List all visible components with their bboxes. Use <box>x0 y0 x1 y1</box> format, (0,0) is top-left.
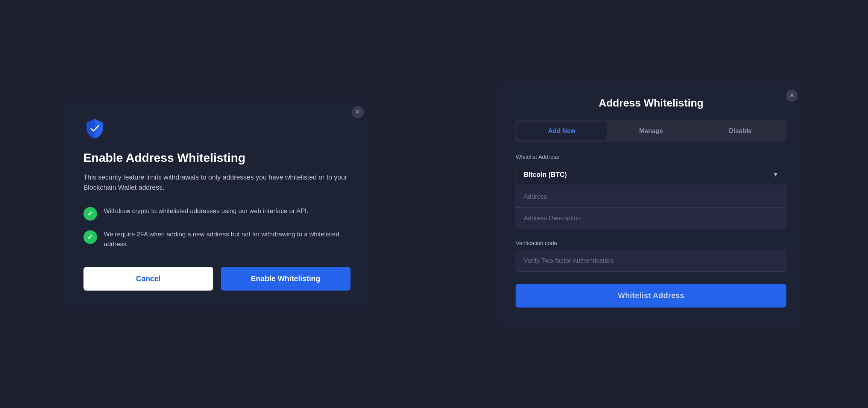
verification-section: Verification code <box>516 240 786 272</box>
enable-whitelisting-modal: ✕ Enable Address Whitelisting This secur… <box>63 99 371 309</box>
check-icon-1 <box>83 207 97 221</box>
right-panel: ✕ Address Whitelisting Add New Manage Di… <box>434 0 868 408</box>
cancel-button[interactable]: Cancel <box>83 267 213 291</box>
button-row: Cancel Enable Whitelisting <box>83 267 351 291</box>
verification-label: Verification code <box>516 240 786 246</box>
tab-manage[interactable]: Manage <box>607 122 696 140</box>
feature-list: Withdraw crypto to whitelisted addresses… <box>83 206 351 249</box>
modal-right-title: Address Whitelisting <box>516 97 786 109</box>
modal-title: Enable Address Whitelisting <box>83 151 351 165</box>
address-fields-group <box>516 186 786 229</box>
feature-text-2: We require 2FA when adding a new address… <box>104 230 351 249</box>
verification-input[interactable] <box>516 250 786 272</box>
feature-item-1: Withdraw crypto to whitelisted addresses… <box>83 206 351 221</box>
feature-text-1: Withdraw crypto to whitelisted addresses… <box>104 206 308 216</box>
close-button[interactable]: ✕ <box>352 106 364 118</box>
enable-whitelisting-button[interactable]: Enable Whitelisting <box>221 267 351 291</box>
currency-value: Bitcoin (BTC) <box>524 171 567 179</box>
tab-bar: Add New Manage Disable <box>516 120 786 142</box>
feature-item-2: We require 2FA when adding a new address… <box>83 230 351 249</box>
currency-dropdown[interactable]: Bitcoin (BTC) ▼ <box>516 164 786 186</box>
chevron-down-icon: ▼ <box>772 171 778 178</box>
whitelist-address-label: Whitelist Address <box>516 154 786 160</box>
currency-dropdown-container: Bitcoin (BTC) ▼ <box>516 164 786 229</box>
modal-description: This security feature limits withdrawals… <box>83 172 351 193</box>
address-whitelisting-modal: ✕ Address Whitelisting Add New Manage Di… <box>497 82 805 326</box>
shield-icon <box>83 117 351 142</box>
address-description-input[interactable] <box>516 208 786 229</box>
tab-add-new[interactable]: Add New <box>517 122 606 140</box>
whitelist-address-button[interactable]: Whitelist Address <box>516 284 786 308</box>
whitelist-address-section: Whitelist Address Bitcoin (BTC) ▼ <box>516 154 786 229</box>
tab-disable[interactable]: Disable <box>696 122 785 140</box>
left-panel: ✕ Enable Address Whitelisting This secur… <box>0 0 434 408</box>
check-icon-2 <box>83 230 97 244</box>
address-input[interactable] <box>516 186 786 208</box>
close-button-right[interactable]: ✕ <box>786 90 798 102</box>
